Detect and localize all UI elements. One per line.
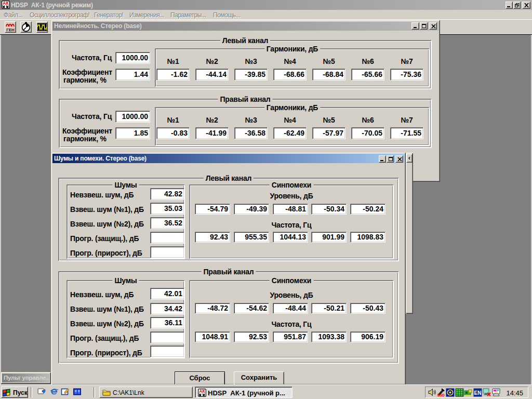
svg-text:EN: EN [474, 390, 482, 396]
svg-text:АК: АК [199, 389, 205, 394]
svg-text:BSD: BSD [437, 393, 445, 397]
svg-text:АК: АК [3, 1, 9, 6]
svg-text:ГЕН: ГЕН [6, 28, 15, 32]
